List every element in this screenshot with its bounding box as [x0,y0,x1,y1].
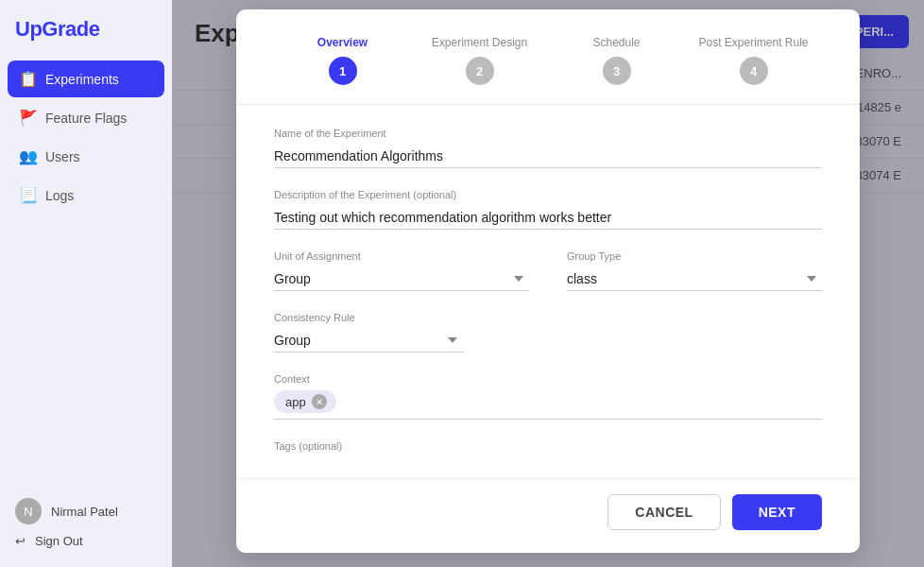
consistency-field-group: Consistency Rule Group Individual [274,312,822,352]
context-tag-label: app [285,395,306,409]
step-design-circle: 2 [466,57,494,85]
sidebar: UpGrade 📋 Experiments 🚩 Feature Flags 👥 … [0,0,172,567]
context-label: Context [274,373,822,385]
step-overview-circle: 1 [329,57,357,85]
consistency-select[interactable]: Group Individual [274,329,463,352]
step-post-circle: 4 [740,57,768,85]
cancel-button[interactable]: CANCEL [607,494,720,530]
signout-label: Sign Out [35,534,83,548]
sidebar-item-label: Logs [45,188,74,203]
modal-footer: CANCEL NEXT [236,478,860,553]
signout-button[interactable]: ↩ Sign Out [15,534,157,548]
context-field-group: Context app ✕ [274,373,822,420]
sidebar-nav: 📋 Experiments 🚩 Feature Flags 👥 Users 📃 … [0,60,172,483]
avatar: N [15,498,42,524]
sidebar-item-label: Feature Flags [45,111,127,126]
description-label: Description of the Experiment (optional) [274,189,822,200]
context-tag-remove[interactable]: ✕ [312,394,327,409]
unit-select[interactable]: Group Individual [274,267,529,291]
name-label: Name of the Experiment [274,128,822,139]
context-tag-app: app ✕ [274,390,336,413]
signout-icon: ↩ [15,534,26,548]
name-input[interactable] [274,145,822,168]
step-schedule: Schedule 3 [548,36,685,85]
step-design-label: Experiment Design [432,36,527,49]
unit-group-row: Unit of Assignment Group Individual Grou… [274,250,822,291]
sidebar-item-label: Experiments [45,72,119,87]
tags-label: Tags (optional) [274,440,822,452]
step-overview-label: Overview [317,36,368,49]
stepper: Overview 1 Experiment Design 2 Schedule … [236,9,860,105]
group-type-select[interactable]: class section district [567,267,822,291]
app-logo: UpGrade [0,0,172,60]
unit-label: Unit of Assignment [274,250,529,262]
step-schedule-label: Schedule [592,36,640,49]
step-post-experiment: Post Experiment Rule 4 [685,36,822,85]
next-button[interactable]: NEXT [732,494,822,530]
main-content: Experiments + ADD EXPERI... ENRO... 1482… [172,0,924,567]
tags-input[interactable] [274,457,822,478]
description-input[interactable] [274,206,822,230]
name-field-group: Name of the Experiment [274,128,822,168]
step-overview: Overview 1 [274,36,411,85]
users-icon: 👥 [19,147,36,165]
consistency-label: Consistency Rule [274,312,822,323]
feature-flags-icon: 🚩 [19,109,36,127]
sidebar-item-experiments[interactable]: 📋 Experiments [8,60,164,97]
group-type-label: Group Type [567,250,822,262]
description-field-group: Description of the Experiment (optional) [274,189,822,230]
sidebar-item-users[interactable]: 👥 Users [8,138,164,175]
sidebar-user: N Nirmal Patel [15,498,157,524]
modal-body: Name of the Experiment Description of th… [236,105,860,478]
modal-overlay: Overview 1 Experiment Design 2 Schedule … [172,0,924,567]
step-schedule-circle: 3 [603,57,631,85]
tags-field-group: Tags (optional) [274,440,822,478]
unit-col: Unit of Assignment Group Individual [274,250,529,291]
sidebar-item-label: Users [45,149,80,164]
experiments-icon: 📋 [19,70,36,88]
modal: Overview 1 Experiment Design 2 Schedule … [236,9,860,553]
step-experiment-design: Experiment Design 2 [411,36,548,85]
sidebar-item-logs[interactable]: 📃 Logs [8,177,164,214]
context-area: app ✕ [274,390,822,420]
step-post-label: Post Experiment Rule [698,36,808,49]
sidebar-bottom: N Nirmal Patel ↩ Sign Out [0,483,172,567]
user-name: Nirmal Patel [51,505,118,519]
group-type-col: Group Type class section district [567,250,822,291]
logs-icon: 📃 [19,186,36,204]
sidebar-item-feature-flags[interactable]: 🚩 Feature Flags [8,99,164,136]
